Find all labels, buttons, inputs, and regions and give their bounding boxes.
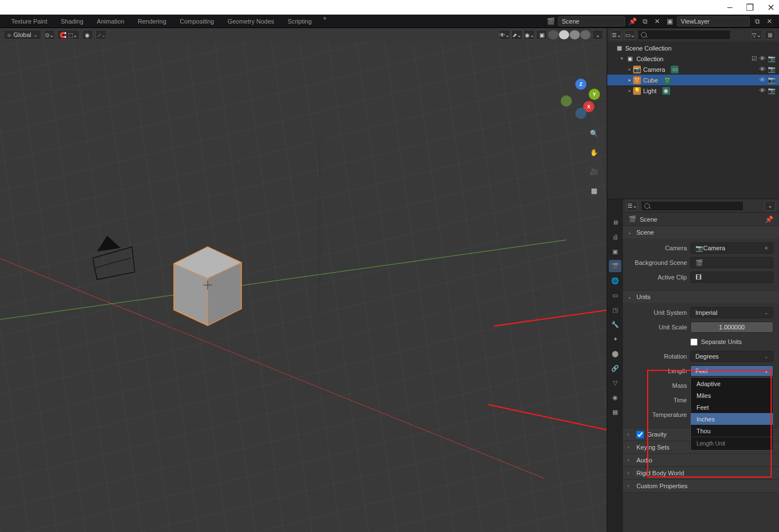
- ptab-render-icon[interactable]: 🖥: [609, 216, 621, 228]
- unit-scale-field[interactable]: 1.000000: [690, 322, 773, 333]
- viewlayer-browse-icon[interactable]: ▣: [665, 16, 675, 26]
- panel-units-header[interactable]: ⌄Units: [623, 291, 779, 303]
- ptab-collection-icon[interactable]: ▭: [609, 289, 621, 301]
- gizmo-neg-y[interactable]: [561, 95, 572, 107]
- camera-field[interactable]: 📷 Camera✕: [690, 242, 773, 254]
- shading-material-icon[interactable]: [569, 30, 580, 40]
- scene-delete-icon[interactable]: ✕: [652, 16, 662, 26]
- snap-toggle[interactable]: 🧲 ⬚⌄: [57, 30, 80, 40]
- length-option-feet[interactable]: Feet: [691, 401, 773, 413]
- tab-geometry-nodes[interactable]: Geometry Nodes: [221, 15, 281, 27]
- outliner-item-camera[interactable]: ▸ 📷 Camera ▭ 👁📷: [607, 64, 779, 75]
- camera-icon[interactable]: 📷: [768, 87, 776, 94]
- outliner-item-light[interactable]: ▸ 💡 Light ◉ 👁📷: [607, 85, 779, 96]
- panel-rigid-header[interactable]: ›Rigid Body World: [623, 467, 779, 479]
- light-object[interactable]: [311, 132, 328, 324]
- pivot-dropdown[interactable]: ⊙⌄: [44, 30, 55, 40]
- tab-shading[interactable]: Shading: [54, 15, 90, 27]
- nav-gizmo[interactable]: Z Y X: [561, 79, 601, 119]
- panel-audio-header[interactable]: ›Audio: [623, 454, 779, 466]
- gizmo-neg-z[interactable]: [575, 108, 586, 119]
- length-option-adaptive[interactable]: Adaptive: [691, 378, 773, 389]
- tab-texture-paint[interactable]: Texture Paint: [4, 15, 54, 27]
- add-workspace-button[interactable]: +: [318, 15, 331, 27]
- cube-object[interactable]: [168, 241, 247, 328]
- scene-browse-icon[interactable]: 🎬: [546, 16, 556, 26]
- outliner-display-dropdown[interactable]: ▭⌄: [624, 30, 635, 40]
- length-option-inches[interactable]: Inches: [691, 413, 773, 425]
- outliner-collection[interactable]: ▼ ▣ Collection ☑👁📷: [607, 53, 779, 64]
- camera-icon[interactable]: 📷: [768, 76, 776, 84]
- tab-animation[interactable]: Animation: [90, 15, 131, 27]
- outliner-item-cube[interactable]: ▸ ▽ Cube ▽ 👁📷: [607, 75, 779, 85]
- length-dropdown[interactable]: Feet⌄: [690, 365, 773, 377]
- shading-modes[interactable]: [548, 30, 591, 40]
- separate-units-checkbox[interactable]: [690, 338, 698, 346]
- rotation-dropdown[interactable]: Degrees⌄: [690, 351, 773, 362]
- props-mode-dropdown[interactable]: ☰⌄: [626, 201, 638, 211]
- props-search-input[interactable]: [641, 201, 744, 211]
- length-option-miles[interactable]: Miles: [691, 389, 773, 401]
- outliner-mode-dropdown[interactable]: ☰⌄: [611, 30, 622, 40]
- ptab-material-icon[interactable]: ◉: [609, 391, 621, 403]
- window-minimize-icon[interactable]: –: [727, 2, 732, 12]
- ptab-scene-icon[interactable]: 🎬: [609, 260, 621, 272]
- outliner-new-collection-icon[interactable]: ⊞: [764, 30, 776, 40]
- ptab-constraints-icon[interactable]: 🔗: [609, 362, 621, 374]
- proportional-falloff-dropdown[interactable]: ⟋⌄: [95, 30, 107, 40]
- shading-wireframe-icon[interactable]: [548, 30, 559, 40]
- xray-toggle[interactable]: ▣: [536, 30, 547, 40]
- gizmo-z-axis[interactable]: Z: [575, 79, 586, 90]
- ptab-viewlayer-icon[interactable]: ▣: [609, 245, 621, 258]
- camera-icon[interactable]: 📷: [768, 66, 776, 73]
- overlay-dropdown[interactable]: ◉⌄: [524, 30, 535, 40]
- tab-scripting[interactable]: Scripting: [281, 15, 319, 27]
- tab-rendering[interactable]: Rendering: [131, 15, 173, 27]
- length-option-thou[interactable]: Thou: [691, 425, 773, 437]
- collection-exclude-checkbox[interactable]: ☑: [751, 55, 757, 62]
- active-clip-field[interactable]: 🎞: [690, 272, 773, 283]
- ptab-output-icon[interactable]: 🖨: [609, 231, 621, 243]
- window-maximize-icon[interactable]: ❐: [746, 2, 754, 13]
- bg-scene-field[interactable]: 🎬: [690, 257, 773, 268]
- gizmo-dropdown[interactable]: ⬈⌄: [511, 30, 523, 40]
- panel-custom-header[interactable]: ›Custom Properties: [623, 480, 779, 492]
- viewlayer-field[interactable]: ViewLayer: [677, 16, 750, 26]
- zoom-tool-icon[interactable]: 🔍: [586, 126, 601, 141]
- perspective-toggle-icon[interactable]: ▦: [586, 184, 601, 198]
- shading-rendered-icon[interactable]: [580, 30, 591, 40]
- proportional-toggle[interactable]: ◉: [82, 30, 93, 40]
- viewport-3d[interactable]: ⟐Global⌄ ⊙⌄ 🧲 ⬚⌄ ◉ ⟋⌄ 👁⌄ ⬈⌄ ◉⌄ ▣ ⌄ Optio…: [0, 28, 607, 532]
- ptab-texture-icon[interactable]: ▦: [609, 406, 621, 418]
- tab-compositing[interactable]: Compositing: [173, 15, 221, 27]
- eye-icon[interactable]: 👁: [759, 87, 766, 94]
- props-options-icon[interactable]: ⌄: [764, 201, 776, 211]
- eye-icon[interactable]: 👁: [759, 55, 766, 62]
- ptab-modifiers-icon[interactable]: 🔧: [609, 318, 621, 331]
- camera-object[interactable]: [93, 236, 143, 288]
- outliner-scene-collection[interactable]: ▦ Scene Collection: [607, 43, 779, 53]
- outliner-filter-icon[interactable]: ▽⌄: [751, 30, 762, 40]
- panel-scene-header[interactable]: ⌄Scene: [623, 226, 779, 239]
- gizmo-y-axis[interactable]: Y: [589, 89, 600, 100]
- ptab-world-icon[interactable]: 🌐: [609, 274, 621, 287]
- outliner-search-input[interactable]: [638, 30, 731, 40]
- scene-pin-icon[interactable]: 📌: [627, 16, 638, 26]
- scene-field[interactable]: Scene: [558, 16, 625, 26]
- window-close-icon[interactable]: ✕: [767, 2, 775, 13]
- visibility-dropdown[interactable]: 👁⌄: [499, 30, 510, 40]
- viewlayer-delete-icon[interactable]: ✕: [764, 16, 775, 26]
- ptab-physics-icon[interactable]: ⬤: [609, 347, 621, 360]
- pan-tool-icon[interactable]: ✋: [586, 145, 601, 160]
- orientation-dropdown[interactable]: ⟐Global⌄: [3, 30, 42, 40]
- viewlayer-new-icon[interactable]: ⧉: [752, 16, 762, 26]
- shading-dropdown[interactable]: ⌄: [592, 30, 603, 40]
- shading-solid-icon[interactable]: [558, 30, 570, 40]
- ptab-particles-icon[interactable]: ✦: [609, 333, 621, 345]
- gravity-checkbox[interactable]: [636, 431, 644, 438]
- unit-system-dropdown[interactable]: Imperial⌄: [690, 307, 773, 318]
- ptab-data-icon[interactable]: ▽: [609, 377, 621, 389]
- eye-icon[interactable]: 👁: [759, 76, 766, 84]
- ptab-object-icon[interactable]: ◳: [609, 304, 621, 316]
- camera-view-icon[interactable]: 🎥: [586, 164, 601, 179]
